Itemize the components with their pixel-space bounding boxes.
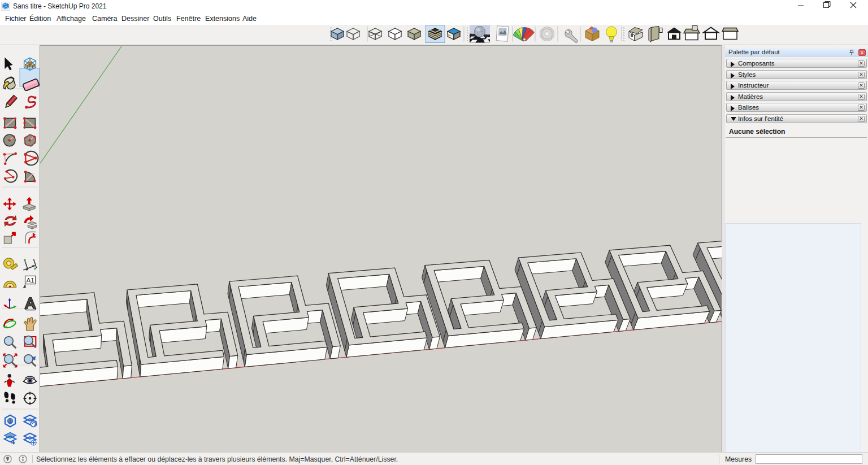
- svg-text:A1: A1: [26, 276, 34, 284]
